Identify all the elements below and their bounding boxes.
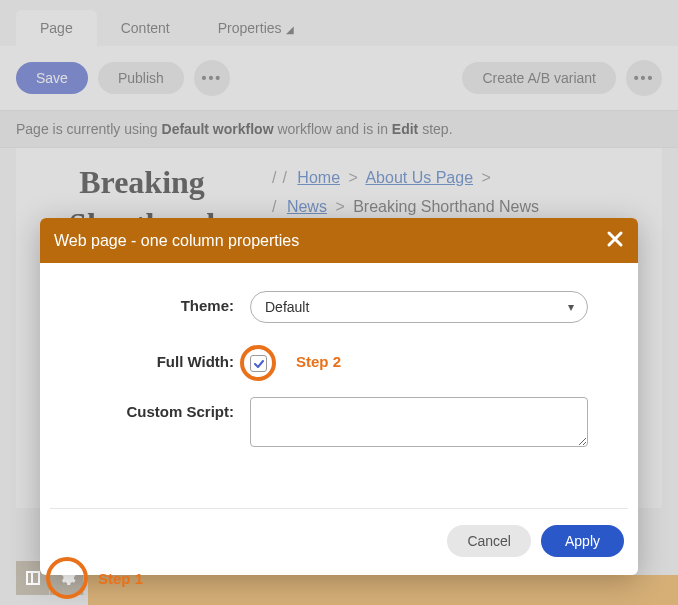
ellipsis-icon: ••• bbox=[201, 70, 222, 86]
breadcrumb-current: Breaking Shorthand News bbox=[353, 198, 539, 215]
status-workflow-name: Default workflow bbox=[162, 121, 274, 137]
check-icon bbox=[253, 358, 265, 370]
save-button[interactable]: Save bbox=[16, 62, 88, 94]
properties-modal: Web page - one column properties Theme: … bbox=[40, 218, 638, 575]
top-tabs: Page Content Properties◢ bbox=[0, 0, 678, 46]
annotation-label-step2: Step 2 bbox=[296, 353, 341, 370]
workflow-status-bar: Page is currently using Default workflow… bbox=[0, 110, 678, 148]
tab-page[interactable]: Page bbox=[16, 10, 97, 46]
breadcrumb-about[interactable]: About Us Page bbox=[365, 169, 473, 186]
cancel-button[interactable]: Cancel bbox=[447, 525, 531, 557]
fullwidth-checkbox[interactable] bbox=[250, 355, 267, 372]
tab-properties-label: Properties bbox=[218, 20, 282, 36]
toolbar: Save Publish ••• Create A/B variant ••• bbox=[0, 46, 678, 110]
more-button[interactable]: ••• bbox=[194, 60, 230, 96]
modal-body: Theme: Default Full Width: Step 2 Custom bbox=[40, 263, 638, 492]
apply-button[interactable]: Apply bbox=[541, 525, 624, 557]
layout-icon bbox=[26, 571, 40, 585]
theme-label: Theme: bbox=[90, 291, 250, 314]
breadcrumb-home[interactable]: Home bbox=[297, 169, 340, 186]
close-icon[interactable] bbox=[606, 230, 624, 251]
status-mid: workflow and is in bbox=[274, 121, 392, 137]
bottom-strip bbox=[88, 575, 678, 605]
fullwidth-row: Full Width: Step 2 bbox=[90, 347, 588, 373]
ellipsis-icon: ••• bbox=[634, 70, 655, 86]
customscript-label: Custom Script: bbox=[90, 397, 250, 420]
fullwidth-label: Full Width: bbox=[90, 347, 250, 370]
status-step-name: Edit bbox=[392, 121, 418, 137]
modal-footer: Cancel Apply bbox=[40, 509, 638, 575]
modal-header: Web page - one column properties bbox=[40, 218, 638, 263]
status-prefix: Page is currently using bbox=[16, 121, 162, 137]
theme-row: Theme: Default bbox=[90, 291, 588, 323]
theme-select[interactable]: Default bbox=[250, 291, 588, 323]
toolbar-more-button[interactable]: ••• bbox=[626, 60, 662, 96]
tab-properties[interactable]: Properties◢ bbox=[194, 10, 318, 46]
publish-button[interactable]: Publish bbox=[98, 62, 184, 94]
caret-icon: ◢ bbox=[286, 24, 294, 35]
customscript-textarea[interactable] bbox=[250, 397, 588, 447]
customscript-row: Custom Script: bbox=[90, 397, 588, 450]
status-suffix: step. bbox=[418, 121, 452, 137]
create-ab-variant-button[interactable]: Create A/B variant bbox=[462, 62, 616, 94]
breadcrumb-news[interactable]: News bbox=[287, 198, 327, 215]
tab-content[interactable]: Content bbox=[97, 10, 194, 46]
modal-title: Web page - one column properties bbox=[54, 232, 299, 250]
